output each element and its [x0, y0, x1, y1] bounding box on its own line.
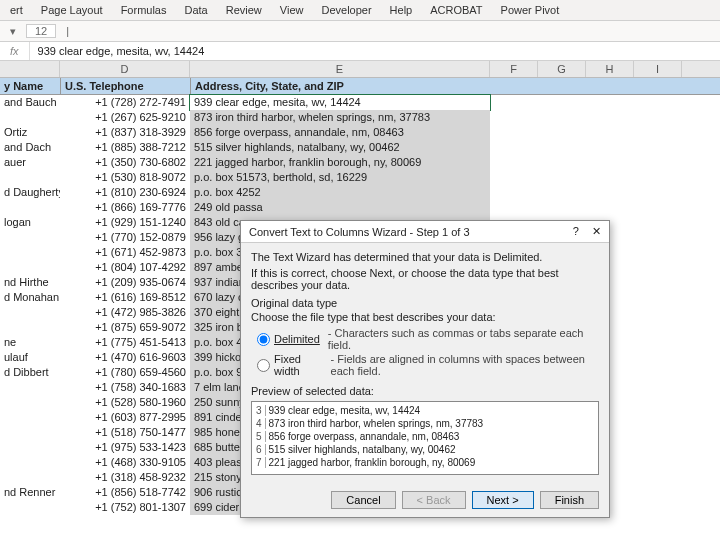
- cell-addr[interactable]: 515 silver highlands, natalbany, wy, 004…: [190, 140, 490, 155]
- tab-data[interactable]: Data: [184, 4, 207, 16]
- cell-phone[interactable]: +1 (770) 152-0879: [60, 230, 190, 245]
- cell-phone[interactable]: +1 (929) 151-1240: [60, 215, 190, 230]
- cell-name[interactable]: [0, 320, 60, 335]
- cell-phone[interactable]: +1 (671) 452-9873: [60, 245, 190, 260]
- radio-delimited-label[interactable]: Delimited: [274, 333, 320, 345]
- cell-name[interactable]: [0, 425, 60, 440]
- cell-name[interactable]: [0, 230, 60, 245]
- tab-page-layout[interactable]: Page Layout: [41, 4, 103, 16]
- cell-name[interactable]: [0, 500, 60, 515]
- cell-phone[interactable]: +1 (875) 659-9072: [60, 320, 190, 335]
- header-addr[interactable]: Address, City, State, and ZIP: [190, 78, 490, 94]
- cell-phone[interactable]: +1 (472) 985-3826: [60, 305, 190, 320]
- cell-name[interactable]: [0, 200, 60, 215]
- cell-addr[interactable]: 873 iron third harbor, whelen springs, n…: [190, 110, 490, 125]
- cell-name[interactable]: [0, 380, 60, 395]
- cell-name[interactable]: auer: [0, 155, 60, 170]
- header-name[interactable]: y Name: [0, 78, 60, 94]
- formula-value[interactable]: 939 clear edge, mesita, wv, 14424: [30, 42, 213, 60]
- table-row[interactable]: and Bauch+1 (728) 272-7491939 clear edge…: [0, 95, 720, 110]
- cell-name[interactable]: and Bauch: [0, 95, 60, 110]
- cell-name[interactable]: nd Hirthe: [0, 275, 60, 290]
- tab-acrobat[interactable]: ACROBAT: [430, 4, 482, 16]
- cell-name[interactable]: d Daugherty: [0, 185, 60, 200]
- cell-phone[interactable]: +1 (728) 272-7491: [60, 95, 190, 110]
- col-header-e[interactable]: E: [190, 61, 490, 77]
- cell-name[interactable]: nd Renner: [0, 485, 60, 500]
- tab-formulas[interactable]: Formulas: [121, 4, 167, 16]
- help-icon[interactable]: ?: [573, 225, 579, 237]
- cell-name[interactable]: d Monahan: [0, 290, 60, 305]
- cell-phone[interactable]: +1 (752) 801-1307: [60, 500, 190, 515]
- font-size-box[interactable]: 12: [26, 24, 56, 38]
- cell-phone[interactable]: +1 (780) 659-4560: [60, 365, 190, 380]
- cell-name[interactable]: [0, 455, 60, 470]
- cell-name[interactable]: [0, 260, 60, 275]
- radio-delimited[interactable]: [257, 333, 270, 346]
- next-button[interactable]: Next >: [472, 491, 534, 509]
- table-row[interactable]: Ortiz+1 (837) 318-3929856 forge overpass…: [0, 125, 720, 140]
- tab-insert[interactable]: ert: [10, 4, 23, 16]
- col-header-i[interactable]: I: [634, 61, 682, 77]
- col-header-f[interactable]: F: [490, 61, 538, 77]
- cell-name[interactable]: [0, 170, 60, 185]
- dialog-titlebar[interactable]: Convert Text to Columns Wizard - Step 1 …: [241, 221, 609, 243]
- cell-name[interactable]: [0, 245, 60, 260]
- cell-name[interactable]: ne: [0, 335, 60, 350]
- tab-power-pivot[interactable]: Power Pivot: [501, 4, 560, 16]
- cell-phone[interactable]: +1 (804) 107-4292: [60, 260, 190, 275]
- tab-help[interactable]: Help: [390, 4, 413, 16]
- cell-phone[interactable]: +1 (837) 318-3929: [60, 125, 190, 140]
- col-header-blank[interactable]: [0, 61, 60, 77]
- tab-view[interactable]: View: [280, 4, 304, 16]
- col-header-h[interactable]: H: [586, 61, 634, 77]
- font-dropdown-icon[interactable]: ▾: [10, 25, 16, 38]
- cell-name[interactable]: d Dibbert: [0, 365, 60, 380]
- radio-fixed-label[interactable]: Fixed width: [274, 353, 323, 377]
- table-row[interactable]: +1 (866) 169-7776249 old passa: [0, 200, 720, 215]
- cell-phone[interactable]: +1 (518) 750-1477: [60, 425, 190, 440]
- cell-phone[interactable]: +1 (530) 818-9072: [60, 170, 190, 185]
- cell-phone[interactable]: +1 (470) 616-9603: [60, 350, 190, 365]
- cell-phone[interactable]: +1 (885) 388-7212: [60, 140, 190, 155]
- table-row[interactable]: d Daugherty+1 (810) 230-6924p.o. box 425…: [0, 185, 720, 200]
- col-header-d[interactable]: D: [60, 61, 190, 77]
- cell-name[interactable]: [0, 440, 60, 455]
- cell-addr[interactable]: 856 forge overpass, annandale, nm, 08463: [190, 125, 490, 140]
- cell-name[interactable]: [0, 410, 60, 425]
- cell-addr[interactable]: 939 clear edge, mesita, wv, 14424: [190, 95, 490, 110]
- table-row[interactable]: +1 (267) 625-9210873 iron third harbor, …: [0, 110, 720, 125]
- table-row[interactable]: and Dach+1 (885) 388-7212515 silver high…: [0, 140, 720, 155]
- cell-addr[interactable]: p.o. box 51573, berthold, sd, 16229: [190, 170, 490, 185]
- cell-addr[interactable]: 221 jagged harbor, franklin borough, ny,…: [190, 155, 490, 170]
- cell-phone[interactable]: +1 (528) 580-1960: [60, 395, 190, 410]
- cell-name[interactable]: [0, 110, 60, 125]
- radio-fixed[interactable]: [257, 359, 270, 372]
- tab-developer[interactable]: Developer: [321, 4, 371, 16]
- cell-phone[interactable]: +1 (267) 625-9210: [60, 110, 190, 125]
- cell-phone[interactable]: +1 (616) 169-8512: [60, 290, 190, 305]
- cell-phone[interactable]: +1 (350) 730-6802: [60, 155, 190, 170]
- col-header-g[interactable]: G: [538, 61, 586, 77]
- cell-name[interactable]: [0, 305, 60, 320]
- cell-phone[interactable]: +1 (758) 340-1683: [60, 380, 190, 395]
- cell-name[interactable]: ulauf: [0, 350, 60, 365]
- cell-addr[interactable]: 249 old passa: [190, 200, 490, 215]
- cell-phone[interactable]: +1 (856) 518-7742: [60, 485, 190, 500]
- cell-name[interactable]: [0, 395, 60, 410]
- preview-box[interactable]: 3939 clear edge, mesita, wv, 144244873 i…: [251, 401, 599, 475]
- cancel-button[interactable]: Cancel: [331, 491, 395, 509]
- cell-phone[interactable]: +1 (209) 935-0674: [60, 275, 190, 290]
- table-row[interactable]: auer+1 (350) 730-6802221 jagged harbor, …: [0, 155, 720, 170]
- fx-label[interactable]: fx: [0, 42, 30, 60]
- table-row[interactable]: +1 (530) 818-9072p.o. box 51573, berthol…: [0, 170, 720, 185]
- cell-addr[interactable]: p.o. box 4252: [190, 185, 490, 200]
- tab-review[interactable]: Review: [226, 4, 262, 16]
- cell-phone[interactable]: +1 (318) 458-9232: [60, 470, 190, 485]
- cell-phone[interactable]: +1 (866) 169-7776: [60, 200, 190, 215]
- cell-phone[interactable]: +1 (775) 451-5413: [60, 335, 190, 350]
- finish-button[interactable]: Finish: [540, 491, 599, 509]
- cell-name[interactable]: Ortiz: [0, 125, 60, 140]
- cell-name[interactable]: logan: [0, 215, 60, 230]
- close-icon[interactable]: ✕: [592, 225, 601, 237]
